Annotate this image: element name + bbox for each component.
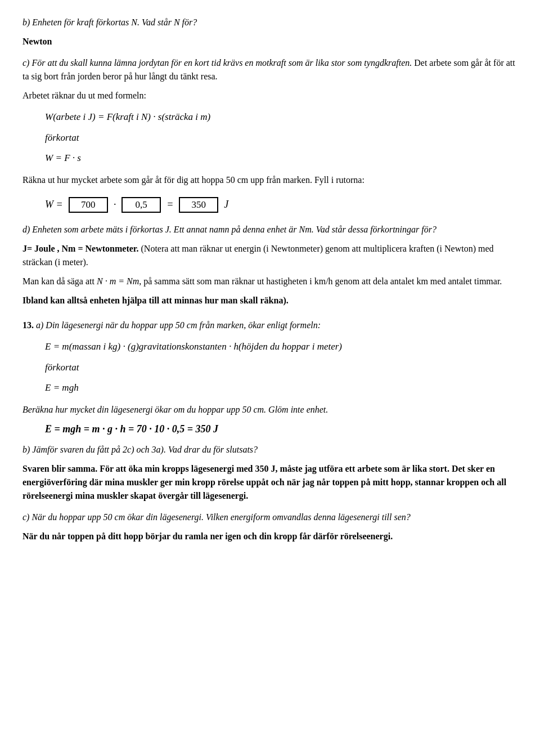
formula13-full-text: E = m(massan i kg) · (g)gravitationskons… [45, 341, 342, 352]
c13-answer-text: När du når toppen på ditt hopp börjar du… [22, 530, 518, 543]
w-label: W = [45, 199, 63, 211]
c-question-italic: c) För att du skall kunna lämna jordytan… [22, 58, 412, 68]
rakna-text: Räkna ut hur mycket arbete som går åt fö… [22, 173, 518, 187]
forkortat-label: förkortat [45, 132, 518, 144]
man-kan-text: Man kan då säga att N · m = Nm, på samma… [22, 275, 518, 288]
d-question-text: d) Enheten som arbete mäts i förkortas J… [22, 223, 518, 236]
big-formula-answer: E = mgh = m · g · h = 70 · 10 · 0,5 = 35… [45, 423, 518, 435]
d-question-section: d) Enheten som arbete mäts i förkortas J… [22, 223, 518, 307]
newton-label: Newton [22, 37, 52, 46]
c13-section: c) När du hoppar upp 50 cm ökar din läge… [22, 511, 518, 543]
big-formula-text: E = mgh = m · g · h = 70 · 10 · 0,5 = 35… [45, 423, 218, 435]
d-question-italic: d) Enheten som arbete mäts i förkortas J… [22, 225, 436, 234]
equation-row: W = 700 · 0,5 = 350 J [45, 197, 518, 213]
d-answer-strong: J= Joule , Nm = Newtonmeter. [22, 244, 139, 253]
forkortat13-label: förkortat [45, 362, 518, 373]
ibland-bold: Ibland kan alltså enheten hjälpa till at… [22, 296, 289, 305]
formula13-short-display: E = mgh [45, 380, 518, 396]
b13-question-italic: b) Jämför svaren du fått på 2c) och 3a).… [22, 445, 258, 454]
formula-nm: N · m = Nm [97, 276, 139, 286]
c-question-section: c) För att du skall kunna lämna jordytan… [22, 56, 518, 213]
b13-section: b) Jämför svaren du fått på 2c) och 3a).… [22, 443, 518, 503]
forkortat13-text: förkortat [45, 362, 79, 373]
formula-short-text: W = F · s [45, 153, 81, 163]
num13-label: 13. [22, 320, 34, 330]
b-question-text: b) Enheten för kraft förkortas N. Vad st… [22, 16, 518, 29]
formula-full-text: W(arbete i J) = F(kraft i N) · s(sträcka… [45, 111, 210, 122]
a13-question-italic: a) Din lägesenergi när du hoppar upp 50 … [36, 320, 321, 330]
box-700: 700 [69, 197, 108, 213]
dot-symbol: · [114, 199, 116, 211]
svaren-blir: Svaren blir samma. För att öka min kropp… [22, 464, 506, 500]
c-question-text: c) För att du skall kunna lämna jordytan… [22, 56, 518, 83]
c13-question-text: c) När du hoppar upp 50 cm ökar din läge… [22, 511, 518, 524]
equals-symbol: = [166, 199, 173, 211]
page-content: b) Enheten för kraft förkortas N. Vad st… [22, 16, 518, 543]
formula-full-display: W(arbete i J) = F(kraft i N) · s(sträcka… [45, 109, 518, 126]
formula13-full-display: E = m(massan i kg) · (g)gravitationskons… [45, 339, 518, 355]
box-350: 350 [179, 197, 218, 213]
arbetet-intro: Arbetet räknar du ut med formeln: [22, 89, 518, 102]
num13-a-question: 13. a) Din lägesenergi när du hoppar upp… [22, 319, 518, 332]
box-05: 0,5 [122, 197, 161, 213]
berakna-italic: Beräkna hur mycket din lägesenergi ökar … [22, 405, 328, 414]
b13-answer-text: Svaren blir samma. För att öka min kropp… [22, 462, 518, 503]
berakna-text: Beräkna hur mycket din lägesenergi ökar … [22, 403, 518, 417]
unit-j: J [224, 199, 228, 211]
section-13: 13. a) Din lägesenergi när du hoppar upp… [22, 319, 518, 435]
b13-question-text: b) Jämför svaren du fått på 2c) och 3a).… [22, 443, 518, 457]
b-question-section: b) Enheten för kraft förkortas N. Vad st… [22, 16, 518, 48]
newton-answer: Newton [22, 35, 518, 48]
ibland-text: Ibland kan alltså enheten hjälpa till at… [22, 294, 518, 307]
c13-question-italic: c) När du hoppar upp 50 cm ökar din läge… [22, 512, 411, 522]
formula13-short-text: E = mgh [45, 382, 79, 393]
forkortat-text: förkortat [45, 132, 79, 143]
c13-answer-bold: När du når toppen på ditt hopp börjar du… [22, 531, 393, 541]
d-answer-text: J= Joule , Nm = Newtonmeter. (Notera att… [22, 242, 518, 269]
b-question-italic: b) Enheten för kraft förkortas N. Vad st… [22, 17, 197, 27]
formula-short-display: W = F · s [45, 150, 518, 167]
